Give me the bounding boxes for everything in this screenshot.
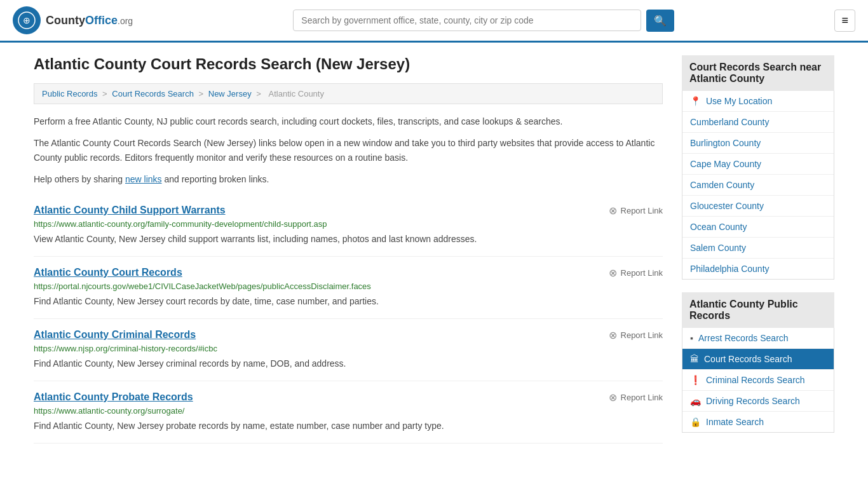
breadcrumb-court-records-search[interactable]: Court Records Search <box>112 89 194 98</box>
report-icon: ⊗ <box>609 267 617 279</box>
nearby-county-link-burlington[interactable]: Burlington County <box>682 133 834 153</box>
public-records-item[interactable]: ▪ Arrest Records Search <box>682 328 834 349</box>
record-title-link[interactable]: Atlantic County Child Support Warrants <box>34 205 226 216</box>
record-url[interactable]: https://www.atlantic-county.org/surrogat… <box>34 406 663 416</box>
search-input[interactable] <box>293 10 641 31</box>
public-records-icon: 🚗 <box>690 396 701 406</box>
nearby-county-label: Gloucester County <box>690 201 764 211</box>
public-records-link[interactable]: 🔒 Inmate Search <box>682 412 834 432</box>
record-description: View Atlantic County, New Jersey child s… <box>34 233 663 246</box>
record-description: Find Atlantic County, New Jersey court r… <box>34 295 663 308</box>
nearby-county-link-ocean[interactable]: Ocean County <box>682 217 834 237</box>
description-1: Perform a free Atlantic County, NJ publi… <box>34 114 663 128</box>
description-3-prefix: Help others by sharing <box>34 174 125 184</box>
nearby-county-label: Camden County <box>690 180 754 190</box>
nearby-county-item[interactable]: Camden County <box>682 175 834 196</box>
public-records-label: Court Records Search <box>704 354 792 364</box>
public-records-icon: 🔒 <box>690 417 701 427</box>
menu-button[interactable]: ≡ <box>834 10 855 32</box>
breadcrumb-public-records[interactable]: Public Records <box>42 89 97 98</box>
nearby-county-item[interactable]: Philadelphia County <box>682 259 834 279</box>
svg-text:⊕: ⊕ <box>23 15 31 25</box>
description-2: The Atlantic County Court Records Search… <box>34 136 663 165</box>
use-location-label: Use My Location <box>706 96 772 106</box>
record-item: Atlantic County Criminal Records ⊗ Repor… <box>34 319 663 381</box>
public-records-section: Atlantic County Public Records ▪ Arrest … <box>682 292 834 433</box>
search-button[interactable]: 🔍 <box>646 10 674 32</box>
report-link[interactable]: ⊗ Report Link <box>609 205 663 217</box>
record-header: Atlantic County Court Records ⊗ Report L… <box>34 267 663 279</box>
main-container: Atlantic County Court Records Search (Ne… <box>21 43 847 458</box>
breadcrumb: Public Records > Court Records Search > … <box>34 83 663 104</box>
record-title-link[interactable]: Atlantic County Criminal Records <box>34 329 196 341</box>
public-records-item[interactable]: 🏛 Court Records Search <box>682 349 834 370</box>
record-header: Atlantic County Probate Records ⊗ Report… <box>34 391 663 403</box>
report-link[interactable]: ⊗ Report Link <box>609 267 663 279</box>
public-records-section-title: Atlantic County Public Records <box>682 292 834 328</box>
page-title: Atlantic County Court Records Search (Ne… <box>34 55 663 73</box>
nearby-county-label: Cumberland County <box>690 117 770 127</box>
nearby-county-item[interactable]: Ocean County <box>682 217 834 238</box>
record-title-link[interactable]: Atlantic County Court Records <box>34 267 182 278</box>
public-records-link[interactable]: 🏛 Court Records Search <box>682 349 834 369</box>
public-records-list: ▪ Arrest Records Search 🏛 Court Records … <box>682 328 834 433</box>
location-icon: 📍 <box>690 96 701 106</box>
public-records-item[interactable]: ❗ Criminal Records Search <box>682 370 834 391</box>
nearby-county-label: Burlington County <box>690 138 761 148</box>
record-description: Find Atlantic County, New Jersey probate… <box>34 419 663 433</box>
logo-area: ⊕ CountyOffice.org <box>13 6 133 34</box>
record-title-link[interactable]: Atlantic County Probate Records <box>34 391 193 403</box>
public-records-item[interactable]: 🔒 Inmate Search <box>682 412 834 432</box>
search-area: 🔍 <box>293 10 674 32</box>
report-link-label: Report Link <box>621 393 663 402</box>
new-links-link[interactable]: new links <box>125 174 162 184</box>
nearby-county-item[interactable]: Salem County <box>682 238 834 259</box>
logo-icon: ⊕ <box>13 6 41 34</box>
record-item: Atlantic County Probate Records ⊗ Report… <box>34 381 663 444</box>
nearby-county-link-philadelphia[interactable]: Philadelphia County <box>682 259 834 279</box>
use-location-item[interactable]: 📍 Use My Location <box>682 91 834 112</box>
description-3: Help others by sharing new links and rep… <box>34 172 663 186</box>
nearby-county-link-cumberland[interactable]: Cumberland County <box>682 112 834 132</box>
nearby-county-link-salem[interactable]: Salem County <box>682 238 834 258</box>
report-icon: ⊗ <box>609 329 617 341</box>
public-records-link[interactable]: ▪ Arrest Records Search <box>682 328 834 348</box>
record-header: Atlantic County Criminal Records ⊗ Repor… <box>34 329 663 341</box>
nearby-counties-list: 📍 Use My Location Cumberland County Burl… <box>682 91 834 280</box>
nearby-county-item[interactable]: Gloucester County <box>682 196 834 217</box>
public-records-link[interactable]: ❗ Criminal Records Search <box>682 370 834 390</box>
breadcrumb-sep3: > <box>256 89 263 98</box>
record-url[interactable]: https://www.njsp.org/criminal-history-re… <box>34 344 663 353</box>
breadcrumb-sep2: > <box>199 89 206 98</box>
nearby-county-link-camden[interactable]: Camden County <box>682 175 834 195</box>
site-header: ⊕ CountyOffice.org 🔍 ≡ <box>0 0 868 43</box>
public-records-label: Driving Records Search <box>706 396 800 406</box>
nearby-county-link-gloucester[interactable]: Gloucester County <box>682 196 834 216</box>
public-records-icon: ▪ <box>690 333 693 343</box>
nearby-section-title: Court Records Search near Atlantic Count… <box>682 55 834 91</box>
record-url[interactable]: https://www.atlantic-county.org/family-c… <box>34 219 663 229</box>
report-link-label: Report Link <box>621 206 663 215</box>
breadcrumb-atlantic-county: Atlantic County <box>269 89 324 98</box>
report-link[interactable]: ⊗ Report Link <box>609 329 663 341</box>
public-records-item[interactable]: 🚗 Driving Records Search <box>682 391 834 412</box>
breadcrumb-new-jersey[interactable]: New Jersey <box>208 89 252 98</box>
nearby-county-item[interactable]: Burlington County <box>682 133 834 154</box>
report-link-label: Report Link <box>621 268 663 278</box>
records-container: Atlantic County Child Support Warrants ⊗… <box>34 194 663 444</box>
record-header: Atlantic County Child Support Warrants ⊗… <box>34 205 663 217</box>
report-icon: ⊗ <box>609 391 617 403</box>
report-link[interactable]: ⊗ Report Link <box>609 391 663 403</box>
public-records-link[interactable]: 🚗 Driving Records Search <box>682 391 834 411</box>
nearby-county-link-capemay[interactable]: Cape May County <box>682 154 834 174</box>
nearby-county-label: Philadelphia County <box>690 264 770 274</box>
sidebar: Court Records Search near Atlantic Count… <box>682 55 834 445</box>
nearby-county-label: Cape May County <box>690 159 761 169</box>
use-location-link[interactable]: 📍 Use My Location <box>682 91 834 111</box>
nearby-section: Court Records Search near Atlantic Count… <box>682 55 834 280</box>
nearby-county-item[interactable]: Cumberland County <box>682 112 834 133</box>
description-3-suffix: and reporting broken links. <box>162 174 269 184</box>
record-url[interactable]: https://portal.njcourts.gov/webe1/CIVILC… <box>34 281 663 291</box>
record-item: Atlantic County Court Records ⊗ Report L… <box>34 257 663 319</box>
nearby-county-item[interactable]: Cape May County <box>682 154 834 175</box>
